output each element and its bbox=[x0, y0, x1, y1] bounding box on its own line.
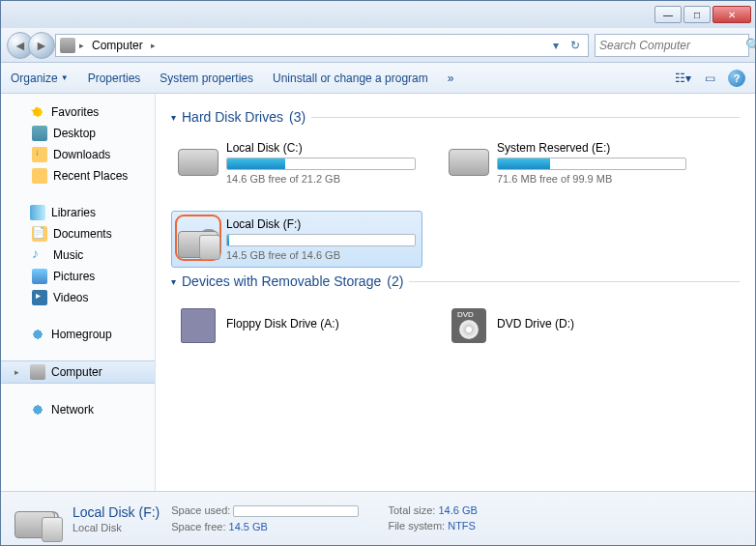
view-options-button[interactable]: ☷▾ bbox=[674, 70, 691, 87]
forward-button[interactable]: ► bbox=[28, 32, 55, 59]
drive-d[interactable]: DVD Drive (D:) bbox=[442, 299, 693, 353]
sidebar-label: Libraries bbox=[51, 206, 96, 219]
drive-f[interactable]: Local Disk (F:) 14.5 GB free of 14.6 GB bbox=[171, 211, 422, 268]
sidebar-label: Music bbox=[53, 248, 83, 262]
sidebar-desktop[interactable]: Desktop bbox=[1, 123, 155, 144]
drive-name: Floppy Disk Drive (A:) bbox=[226, 317, 416, 330]
hdd-icon bbox=[178, 141, 218, 182]
sidebar-label: Computer bbox=[51, 365, 102, 379]
sidebar-label: Pictures bbox=[53, 270, 95, 283]
hdd-lock-icon bbox=[15, 498, 61, 540]
sidebar-favorites[interactable]: Favorites bbox=[1, 101, 155, 123]
section-title: Hard Disk Drives bbox=[182, 109, 283, 125]
usage-bar bbox=[497, 158, 686, 170]
hdd-lock-icon bbox=[178, 217, 218, 258]
drive-e[interactable]: System Reserved (E:) 71.6 MB free of 99.… bbox=[442, 134, 693, 191]
maximize-button[interactable]: □ bbox=[683, 6, 711, 23]
videos-icon bbox=[32, 290, 47, 305]
preview-pane-button[interactable]: ▭ bbox=[701, 70, 718, 87]
collapse-icon[interactable]: ▾ bbox=[171, 112, 176, 123]
chevron-right-icon[interactable]: ▸ bbox=[151, 41, 156, 50]
properties-button[interactable]: Properties bbox=[88, 72, 141, 85]
section-title: Devices with Removable Storage bbox=[182, 273, 381, 289]
search-icon[interactable]: 🔍 bbox=[745, 38, 756, 52]
breadcrumb-computer[interactable]: Computer bbox=[88, 39, 147, 52]
sidebar-network[interactable]: Network bbox=[1, 399, 155, 420]
sidebar-videos[interactable]: Videos bbox=[1, 287, 155, 308]
drive-name: Local Disk (F:) bbox=[226, 217, 416, 231]
minimize-button[interactable]: — bbox=[654, 6, 682, 23]
recent-icon bbox=[32, 168, 47, 184]
details-pane: Local Disk (F:) Local Disk Space used: S… bbox=[1, 491, 755, 545]
address-bar[interactable]: ▸ Computer ▸ ▾ ↻ bbox=[55, 34, 589, 57]
sidebar-downloads[interactable]: Downloads bbox=[1, 144, 155, 165]
space-used-label: Space used: bbox=[171, 504, 230, 516]
space-free-value: 14.5 GB bbox=[229, 521, 268, 532]
floppy-icon bbox=[178, 305, 218, 346]
divider bbox=[409, 281, 740, 282]
section-count: (2) bbox=[387, 273, 403, 289]
homegroup-icon bbox=[30, 327, 45, 342]
libraries-icon bbox=[30, 205, 45, 220]
sidebar-pictures[interactable]: Pictures bbox=[1, 266, 155, 287]
network-icon bbox=[30, 402, 45, 417]
total-size-value: 14.6 GB bbox=[438, 504, 477, 516]
dvd-icon bbox=[449, 305, 489, 346]
details-subtitle: Local Disk bbox=[73, 522, 160, 533]
nav-bar: ◄ ► ▸ Computer ▸ ▾ ↻ 🔍 bbox=[1, 28, 755, 63]
expand-icon[interactable]: ▸ bbox=[15, 367, 24, 377]
organize-label: Organize bbox=[11, 72, 58, 85]
sidebar-label: Homegroup bbox=[51, 328, 112, 341]
hdd-icon bbox=[449, 141, 489, 182]
divider bbox=[311, 117, 740, 118]
sidebar-label: Videos bbox=[53, 291, 88, 304]
uninstall-button[interactable]: Uninstall or change a program bbox=[273, 72, 428, 85]
sidebar-libraries[interactable]: Libraries bbox=[1, 202, 155, 223]
computer-icon bbox=[60, 38, 75, 53]
sidebar-label: Downloads bbox=[53, 148, 110, 161]
system-properties-button[interactable]: System properties bbox=[160, 72, 253, 85]
sidebar-label: Documents bbox=[53, 227, 112, 241]
downloads-icon bbox=[32, 147, 47, 162]
drive-free-text: 71.6 MB free of 99.9 MB bbox=[497, 173, 686, 185]
navigation-pane: Favorites Desktop Downloads Recent Place… bbox=[1, 94, 156, 491]
history-dropdown-button[interactable]: ▾ bbox=[547, 36, 565, 55]
sidebar-label: Favorites bbox=[51, 105, 99, 119]
refresh-button[interactable]: ↻ bbox=[567, 36, 584, 55]
organize-menu[interactable]: Organize▼ bbox=[11, 72, 69, 85]
drive-free-text: 14.5 GB free of 14.6 GB bbox=[226, 249, 416, 261]
documents-icon bbox=[32, 226, 47, 242]
sidebar-documents[interactable]: Documents bbox=[1, 223, 155, 244]
desktop-icon bbox=[32, 126, 47, 141]
search-box[interactable]: 🔍 bbox=[595, 34, 749, 57]
section-hdd[interactable]: ▾ Hard Disk Drives (3) bbox=[171, 109, 740, 125]
drive-a[interactable]: Floppy Disk Drive (A:) bbox=[171, 299, 422, 353]
toolbar: Organize▼ Properties System properties U… bbox=[1, 63, 755, 94]
drive-name: System Reserved (E:) bbox=[497, 141, 686, 155]
explorer-window: — □ ✕ ◄ ► ▸ Computer ▸ ▾ ↻ 🔍 Organize▼ P… bbox=[0, 0, 756, 546]
sidebar-label: Network bbox=[51, 403, 94, 417]
toolbar-overflow[interactable]: » bbox=[448, 72, 454, 85]
close-button[interactable]: ✕ bbox=[712, 6, 751, 23]
title-bar: — □ ✕ bbox=[1, 1, 755, 28]
space-free-label: Space free: bbox=[171, 521, 225, 532]
chevron-down-icon: ▼ bbox=[61, 73, 69, 82]
collapse-icon[interactable]: ▾ bbox=[171, 276, 176, 287]
drive-free-text: 14.6 GB free of 21.2 GB bbox=[226, 173, 416, 185]
search-input[interactable] bbox=[599, 39, 745, 52]
help-icon[interactable]: ? bbox=[728, 70, 745, 87]
sidebar-label: Recent Places bbox=[53, 169, 128, 183]
chevron-right-icon[interactable]: ▸ bbox=[79, 41, 84, 50]
sidebar-label: Desktop bbox=[53, 127, 96, 140]
sidebar-music[interactable]: Music bbox=[1, 244, 155, 266]
details-title: Local Disk (F:) bbox=[73, 504, 160, 520]
body: Favorites Desktop Downloads Recent Place… bbox=[1, 94, 755, 491]
sidebar-recent[interactable]: Recent Places bbox=[1, 165, 155, 187]
sidebar-computer[interactable]: ▸Computer bbox=[1, 360, 155, 384]
music-icon bbox=[32, 247, 47, 263]
usage-bar bbox=[233, 505, 359, 517]
star-icon bbox=[30, 104, 45, 120]
drive-c[interactable]: Local Disk (C:) 14.6 GB free of 21.2 GB bbox=[171, 134, 422, 191]
section-removable[interactable]: ▾ Devices with Removable Storage (2) bbox=[171, 273, 740, 289]
sidebar-homegroup[interactable]: Homegroup bbox=[1, 324, 155, 345]
